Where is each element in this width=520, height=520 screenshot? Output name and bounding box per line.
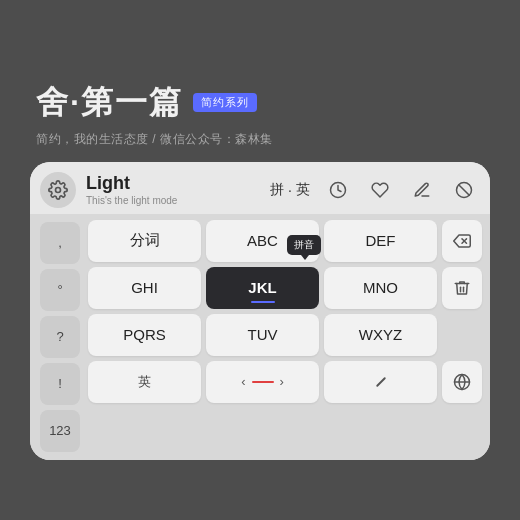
- sidebar-key-degree[interactable]: °: [40, 269, 80, 311]
- arrow-group: ‹ ›: [241, 374, 284, 389]
- mode-subtitle: This's the light mode: [86, 195, 262, 206]
- key-pqrs[interactable]: PQRS: [88, 314, 201, 356]
- svg-point-0: [56, 187, 61, 192]
- key-tuv[interactable]: TUV: [206, 314, 319, 356]
- subtitle: 简约，我的生活态度 / 微信公众号：森林集: [36, 131, 484, 148]
- key-row-2: GHI 拼音 JKL MNO: [88, 267, 482, 309]
- heart-icon-btn[interactable]: [366, 176, 394, 204]
- jkl-container: 拼音 JKL: [206, 267, 319, 309]
- key-ghi[interactable]: GHI: [88, 267, 201, 309]
- sidebar-key-comma[interactable]: ,: [40, 222, 80, 264]
- keyboard-topbar: Light This's the light mode 拼 · 英: [30, 162, 490, 214]
- arrow-line: [252, 381, 274, 383]
- series-badge: 简约系列: [193, 93, 257, 112]
- globe-key[interactable]: [442, 361, 482, 403]
- delete-key[interactable]: [442, 267, 482, 309]
- arrow-left-icon: ‹: [241, 374, 245, 389]
- key-row-4: 英 ‹ ›: [88, 361, 482, 403]
- pencil-icon-btn[interactable]: [408, 176, 436, 204]
- english-label: 英: [296, 181, 310, 199]
- title-section: 舍·第一篇 简约系列 简约，我的生活态度 / 微信公众号：森林集: [0, 61, 520, 162]
- arrow-right-icon: ›: [280, 374, 284, 389]
- keyboard-body: , ° ? ! 123 分词 ABC DEF: [30, 214, 490, 460]
- mode-title: Light: [86, 173, 262, 195]
- key-fenci[interactable]: 分词: [88, 220, 201, 262]
- key-jkl[interactable]: JKL: [206, 267, 319, 309]
- topbar-separator-dot: ·: [288, 182, 292, 198]
- page-title: 舍·第一篇: [36, 81, 183, 125]
- svg-line-6: [377, 378, 385, 386]
- key-mno[interactable]: MNO: [324, 267, 437, 309]
- settings-button[interactable]: [40, 172, 76, 208]
- pinyin-label: 拼: [270, 181, 284, 199]
- key-row-1: 分词 ABC DEF: [88, 220, 482, 262]
- keyboard-sidebar: , ° ? ! 123: [38, 220, 82, 452]
- key-english[interactable]: 英: [88, 361, 201, 403]
- jkl-underline: [251, 301, 275, 303]
- topbar-icons: 拼 · 英: [270, 176, 478, 204]
- jkl-popup: 拼音: [287, 235, 321, 255]
- sidebar-key-question[interactable]: ?: [40, 316, 80, 358]
- pinyin-toggle[interactable]: 拼 · 英: [270, 181, 310, 199]
- key-wxyz[interactable]: WXYZ: [324, 314, 437, 356]
- keyboard-main: 分词 ABC DEF GHI 拼音: [88, 220, 482, 452]
- backspace-key[interactable]: [442, 220, 482, 262]
- key-row-3: PQRS TUV WXYZ: [88, 314, 482, 356]
- sidebar-key-123[interactable]: 123: [40, 410, 80, 452]
- page-wrapper: 舍·第一篇 简约系列 简约，我的生活态度 / 微信公众号：森林集 Light T…: [0, 0, 520, 520]
- key-slash[interactable]: [324, 361, 437, 403]
- sidebar-key-exclaim[interactable]: !: [40, 363, 80, 405]
- mode-info: Light This's the light mode: [86, 173, 262, 206]
- key-def[interactable]: DEF: [324, 220, 437, 262]
- right-spacer-3: [442, 314, 482, 356]
- clock-icon-btn[interactable]: [324, 176, 352, 204]
- slash-circle-icon-btn[interactable]: [450, 176, 478, 204]
- keyboard-card: Light This's the light mode 拼 · 英: [30, 162, 490, 460]
- svg-line-3: [459, 184, 470, 195]
- key-arrows[interactable]: ‹ ›: [206, 361, 319, 403]
- title-row: 舍·第一篇 简约系列: [36, 81, 484, 125]
